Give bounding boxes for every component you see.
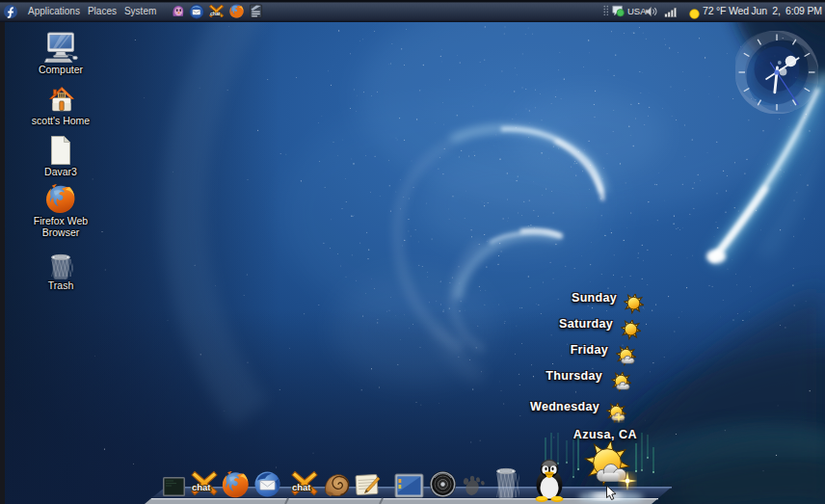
svg-text:chat: chat	[292, 482, 311, 492]
svg-text:chat: chat	[192, 482, 211, 492]
